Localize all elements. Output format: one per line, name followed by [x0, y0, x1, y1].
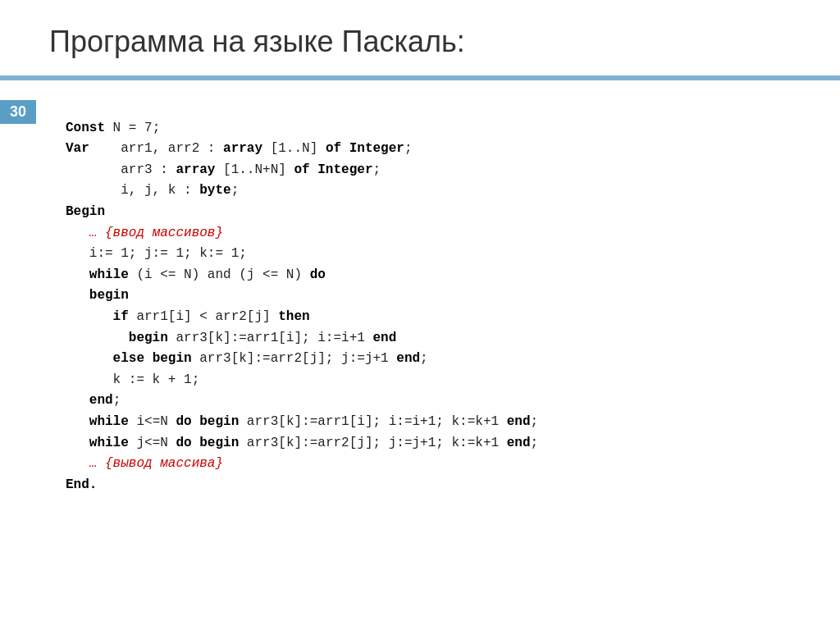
title-area: Программа на языке Паскаль:	[0, 0, 840, 75]
code-line-11: begin arr3[k]:=arr1[i]; i:=i+1 end	[66, 331, 396, 345]
code-line-5: Begin	[66, 204, 105, 219]
code-line-16: while j<=N do begin arr3[k]:=arr2[j]; j:…	[66, 436, 538, 450]
code-line-8: while (i <= N) and (j <= N) do	[66, 267, 326, 282]
code-line-7: i:= 1; j:= 1; k:= 1;	[66, 246, 247, 261]
content-area: Const N = 7; Var arr1, arr2 : array [1..…	[0, 80, 840, 630]
code-line-18: End.	[66, 477, 97, 492]
code-line-4: i, j, k : byte;	[66, 183, 239, 198]
code-line-17: … {вывод массива}	[66, 456, 223, 471]
code-line-6: … {ввод массивов}	[66, 226, 223, 240]
code-line-1: Const N = 7;	[66, 121, 160, 135]
code-line-2: Var arr1, arr2 : array [1..N] of Integer…	[66, 141, 413, 156]
code-line-12: else begin arr3[k]:=arr2[j]; j:=j+1 end;	[66, 351, 428, 366]
slide-title: Программа на языке Паскаль:	[49, 25, 791, 59]
slide-number: 30	[0, 100, 36, 124]
code-line-14: end;	[66, 393, 121, 408]
code-line-3: arr3 : array [1..N+N] of Integer;	[66, 162, 381, 177]
slide: Программа на языке Паскаль: 30 Const N =…	[0, 0, 840, 630]
code-line-15: while i<=N do begin arr3[k]:=arr1[i]; i:…	[66, 414, 538, 429]
code-line-13: k := k + 1;	[66, 372, 199, 387]
code-line-10: if arr1[i] < arr2[j] then	[66, 309, 310, 324]
code-line-9: begin	[66, 288, 129, 303]
code-block: Const N = 7; Var arr1, arr2 : array [1..…	[66, 97, 791, 517]
